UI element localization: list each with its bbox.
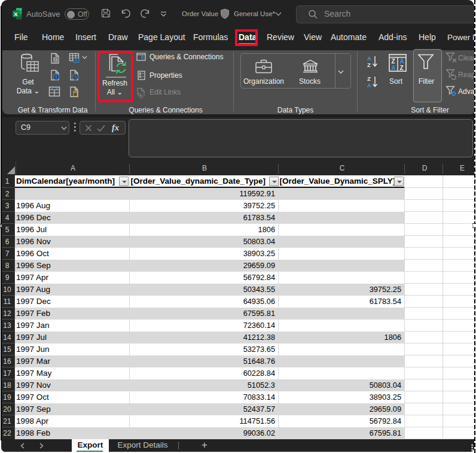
- svg-text:X: X: [14, 11, 18, 17]
- svg-text:A: A: [392, 65, 396, 71]
- svg-text:Z: Z: [367, 75, 371, 82]
- svg-text:Z: Z: [392, 58, 395, 65]
- svg-text:Z: Z: [367, 62, 371, 68]
- svg-text:Z: Z: [400, 65, 404, 71]
- svg-text:A: A: [400, 58, 404, 65]
- svg-text:A: A: [367, 82, 371, 89]
- svg-text:A: A: [367, 55, 371, 62]
